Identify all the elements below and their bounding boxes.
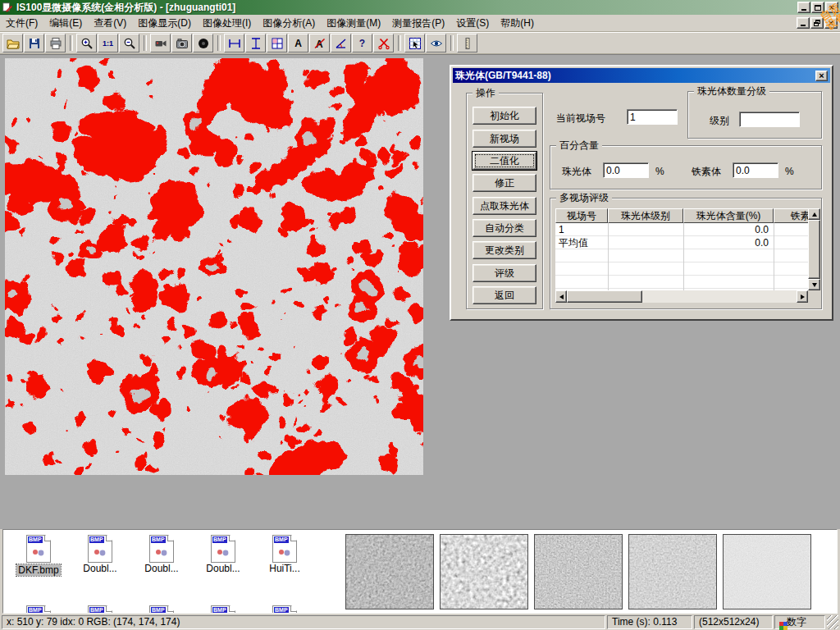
file-item[interactable]: BMP Doubl... xyxy=(73,535,127,574)
toolbar-separator xyxy=(70,35,73,51)
image-thumbnail[interactable] xyxy=(534,534,623,609)
video-capture-button[interactable] xyxy=(150,34,171,52)
close-button[interactable]: × xyxy=(825,2,838,13)
file-item[interactable]: BMP Doubl... xyxy=(135,535,189,574)
measure-height-button[interactable] xyxy=(245,34,266,52)
aperture-icon xyxy=(197,37,210,50)
scroll-track[interactable] xyxy=(642,290,797,303)
menu-image-analysis[interactable]: 图像分析(A) xyxy=(257,16,321,31)
toolbar-separator xyxy=(450,35,454,51)
image-thumbnail[interactable] xyxy=(345,534,434,609)
correct-button[interactable]: 修正 xyxy=(472,174,536,192)
print-button[interactable] xyxy=(45,34,66,52)
header-ferrite-percent[interactable]: 铁素体含量(%) xyxy=(774,208,808,223)
image-thumbnail[interactable] xyxy=(628,534,717,609)
menu-file[interactable]: 文件(F) xyxy=(0,16,43,31)
header-pearlite-percent[interactable]: 珠光体含量(%) xyxy=(683,208,774,223)
file-item[interactable]: BMP DKF.bmp xyxy=(11,535,66,578)
vertical-scroll-thumb[interactable] xyxy=(808,220,820,279)
text-annotate-button[interactable]: A xyxy=(288,34,308,52)
help-button[interactable]: ? xyxy=(352,34,372,52)
return-button[interactable]: 返回 xyxy=(472,286,536,304)
grid-cursor-button[interactable] xyxy=(404,34,425,52)
file-item[interactable]: BMP xyxy=(258,605,312,614)
grade-button[interactable]: 评级 xyxy=(472,264,536,282)
binarize-button[interactable]: 二值化 xyxy=(472,152,536,170)
pick-pearlite-button[interactable]: 点取珠光体 xyxy=(472,197,536,215)
angle-measure-button[interactable] xyxy=(331,34,351,52)
actual-size-button[interactable]: 1:1 xyxy=(98,34,118,52)
menu-view[interactable]: 查看(V) xyxy=(88,16,132,31)
operation-group-label: 操作 xyxy=(472,87,499,98)
resize-grip[interactable] xyxy=(827,615,838,629)
scale-ruler-button[interactable] xyxy=(457,34,477,52)
table-horizontal-scrollbar[interactable] xyxy=(555,290,808,303)
minimize-button[interactable] xyxy=(797,2,810,13)
horizontal-scroll-thumb[interactable] xyxy=(567,290,642,303)
caliper-vertical-icon xyxy=(249,37,262,50)
menu-image-process[interactable]: 图像处理(I) xyxy=(197,16,257,31)
font-style-button[interactable]: A xyxy=(309,34,330,52)
open-button[interactable] xyxy=(2,34,23,52)
menu-settings[interactable]: 设置(S) xyxy=(450,16,495,31)
menu-edit[interactable]: 编辑(E) xyxy=(43,16,88,31)
mdi-restore-button[interactable] xyxy=(810,17,824,29)
grade-level-input[interactable] xyxy=(739,112,800,127)
grid-select-button[interactable] xyxy=(267,34,287,52)
results-table-body: 1 0.0 平均值 0.0 xyxy=(555,223,808,290)
file-item[interactable]: BMP HuiTi... xyxy=(258,535,312,574)
cell-ferrite xyxy=(774,223,808,236)
new-field-button[interactable]: 新视场 xyxy=(472,130,536,148)
file-item[interactable]: BMP xyxy=(135,605,189,614)
maximize-button[interactable] xyxy=(811,2,824,13)
header-field-number[interactable]: 视场号 xyxy=(555,208,608,223)
pearlite-label: 珠光体 xyxy=(562,166,591,177)
initialize-button[interactable]: 初始化 xyxy=(472,107,536,125)
file-item[interactable]: BMP xyxy=(11,605,66,614)
scroll-right-button[interactable] xyxy=(797,290,808,303)
zoom-in-icon xyxy=(80,37,94,50)
bmp-file-icon: BMP xyxy=(272,535,297,563)
dialog-close-button[interactable]: × xyxy=(815,71,828,81)
pearlite-percent-input[interactable] xyxy=(603,162,649,178)
file-item[interactable]: BMP xyxy=(196,605,250,614)
table-row[interactable]: 平均值 0.0 xyxy=(555,236,808,249)
preview-button[interactable] xyxy=(426,34,446,52)
menu-help[interactable]: 帮助(H) xyxy=(495,16,540,31)
file-item[interactable]: BMP Doubl... xyxy=(196,535,250,574)
change-class-button[interactable]: 更改类别 xyxy=(472,241,536,259)
measure-width-button[interactable] xyxy=(224,34,244,52)
grade-group: 珠光体数量分级 级别 xyxy=(687,91,822,139)
zoom-in-button[interactable] xyxy=(76,34,97,52)
zoom-out-button[interactable] xyxy=(119,34,139,52)
auto-classify-button[interactable]: 自动分类 xyxy=(472,219,536,237)
save-floppy-icon xyxy=(28,37,41,50)
mdi-minimize-button[interactable] xyxy=(797,17,810,29)
angle-icon xyxy=(335,37,348,50)
current-field-input[interactable] xyxy=(627,109,678,125)
status-image-size: (512x512x24) xyxy=(694,615,773,629)
camera-button[interactable] xyxy=(171,34,192,52)
video-camera-icon xyxy=(154,37,167,50)
bmp-file-icon: BMP xyxy=(26,535,51,563)
table-vertical-scrollbar[interactable] xyxy=(808,208,820,290)
table-row[interactable]: 1 0.0 xyxy=(555,223,808,236)
menu-measure-report[interactable]: 测量报告(P) xyxy=(386,16,450,31)
status-bar: x: 510 y: 79 idx: 0 RGB: (174, 174, 174)… xyxy=(0,614,840,630)
scroll-up-button[interactable] xyxy=(808,208,820,220)
ferrite-percent-input[interactable] xyxy=(733,162,778,178)
scroll-down-button[interactable] xyxy=(808,279,820,290)
menu-image-measure[interactable]: 图像测量(M) xyxy=(321,16,386,31)
menu-image-display[interactable]: 图像显示(D) xyxy=(132,16,197,31)
header-pearlite-grade[interactable]: 珠光体级别 xyxy=(608,208,683,223)
file-item[interactable]: BMP xyxy=(73,605,127,614)
scroll-left-button[interactable] xyxy=(555,290,567,303)
cut-button[interactable] xyxy=(373,34,394,52)
color-mode-icon xyxy=(779,622,783,626)
metallograph-image[interactable] xyxy=(5,58,423,475)
mdi-close-button[interactable]: × xyxy=(824,17,838,29)
image-thumbnail[interactable] xyxy=(440,534,528,609)
image-thumbnail[interactable] xyxy=(723,534,811,609)
save-button[interactable] xyxy=(24,34,44,52)
capture-frame-button[interactable] xyxy=(193,34,213,52)
